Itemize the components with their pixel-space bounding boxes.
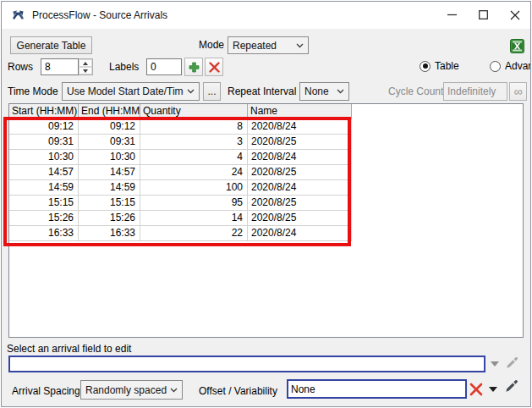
- cell-quantity[interactable]: 4: [140, 150, 248, 165]
- spin-up-icon[interactable]: [79, 59, 92, 67]
- plus-icon: [189, 62, 200, 73]
- table-row[interactable]: 09:31 09:31 3 2020/8/25: [9, 135, 352, 150]
- cell-start[interactable]: 10:30: [9, 150, 79, 165]
- table-row[interactable]: 15:15 15:15 95 2020/8/25: [9, 196, 352, 211]
- mode-dropdown[interactable]: Repeated: [228, 36, 309, 54]
- table-radio[interactable]: Table: [420, 60, 459, 72]
- infinity-button[interactable]: ∞: [509, 82, 527, 101]
- processflow-icon: [11, 8, 25, 22]
- cell-quantity[interactable]: 14: [140, 211, 248, 226]
- cell-quantity[interactable]: 24: [140, 165, 248, 180]
- title-bar: ProcessFlow - Source Arrivals: [2, 2, 530, 28]
- cell-quantity[interactable]: 95: [140, 196, 248, 211]
- offset-variability-label: Offset / Variability: [199, 385, 277, 397]
- arrivals-table[interactable]: Start (HH:MM) End (HH:MM) Quantity Name …: [8, 103, 524, 338]
- table-row[interactable]: 14:57 14:57 24 2020/8/25: [9, 165, 352, 180]
- arrival-field-prompt: Select an arrival field to edit: [7, 343, 131, 355]
- field-dropdown-caret-icon[interactable]: [491, 361, 499, 367]
- radio-dot: [490, 61, 501, 72]
- clear-offset-red-x-icon[interactable]: [469, 383, 483, 396]
- cell-name[interactable]: 2020/8/24: [248, 150, 352, 165]
- table-row[interactable]: 16:33 16:33 22 2020/8/24: [9, 226, 352, 241]
- cell-start[interactable]: 14:59: [9, 180, 79, 196]
- cell-end[interactable]: 15:26: [79, 211, 140, 226]
- rows-stepper: [41, 58, 93, 75]
- cell-start[interactable]: 09:12: [9, 119, 79, 135]
- arrival-spacing-label: Arrival Spacing: [12, 385, 80, 397]
- cell-name[interactable]: 2020/8/24: [248, 226, 352, 241]
- cell-start[interactable]: 15:15: [9, 196, 79, 211]
- offset-eyedropper-icon[interactable]: [504, 378, 519, 394]
- cell-end[interactable]: 09:12: [79, 119, 140, 135]
- cell-start[interactable]: 14:57: [9, 165, 79, 180]
- caption-buttons: [436, 2, 530, 28]
- offset-dropdown-caret-icon[interactable]: [489, 387, 497, 392]
- window-title: ProcessFlow - Source Arrivals: [32, 9, 167, 21]
- red-x-icon: [209, 62, 220, 73]
- labels-input[interactable]: [146, 58, 182, 75]
- advanced-radio-label: Advanced: [505, 60, 531, 72]
- repeat-interval-dropdown[interactable]: None: [299, 82, 349, 101]
- arrival-field-input[interactable]: [8, 356, 485, 372]
- generate-table-button[interactable]: Generate Table: [10, 36, 92, 54]
- maximize-icon[interactable]: [468, 2, 499, 28]
- table-header-row: Start (HH:MM) End (HH:MM) Quantity Name: [9, 104, 523, 119]
- chevron-down-icon: [337, 89, 344, 94]
- infinity-icon: ∞: [514, 85, 523, 98]
- cell-name[interactable]: 2020/8/24: [248, 180, 352, 196]
- add-label-button[interactable]: [184, 58, 203, 76]
- col-header-start[interactable]: Start (HH:MM): [9, 104, 79, 119]
- cell-name[interactable]: 2020/8/25: [248, 165, 352, 180]
- chevron-down-icon: [170, 388, 178, 393]
- cell-start[interactable]: 09:31: [9, 135, 79, 150]
- dialog-window: ProcessFlow - Source Arrivals Generate T…: [1, 1, 531, 407]
- cycle-count-input[interactable]: [443, 82, 507, 101]
- time-mode-label: Time Mode: [8, 85, 58, 97]
- rows-label: Rows: [8, 61, 33, 73]
- field-eyedropper-icon[interactable]: [505, 356, 519, 370]
- arrival-spacing-dropdown[interactable]: Randomly spaced: [80, 380, 183, 400]
- browse-button[interactable]: ...: [203, 82, 221, 101]
- col-header-name[interactable]: Name: [248, 104, 352, 119]
- advanced-radio[interactable]: Advanced: [490, 60, 531, 72]
- table-radio-label: Table: [435, 60, 459, 72]
- cell-quantity[interactable]: 22: [140, 226, 248, 241]
- cell-quantity[interactable]: 3: [140, 135, 248, 150]
- col-header-quantity[interactable]: Quantity: [140, 104, 248, 119]
- cell-quantity[interactable]: 100: [140, 180, 248, 196]
- cell-end[interactable]: 09:31: [79, 135, 140, 150]
- cell-end[interactable]: 15:15: [79, 196, 140, 211]
- cell-start[interactable]: 15:26: [9, 211, 79, 226]
- table-row[interactable]: 15:26 15:26 14 2020/8/25: [9, 211, 352, 226]
- rows-spinner[interactable]: [79, 58, 93, 75]
- cycle-count-label: Cycle Count: [388, 85, 443, 97]
- table-row[interactable]: 14:59 14:59 100 2020/8/24: [9, 180, 352, 196]
- offset-variability-input[interactable]: [287, 379, 467, 399]
- cell-start[interactable]: 16:33: [9, 226, 79, 241]
- table-row[interactable]: 10:30 10:30 4 2020/8/24: [9, 150, 352, 165]
- radio-dot: [420, 61, 431, 72]
- spin-down-icon[interactable]: [79, 67, 92, 74]
- cell-name[interactable]: 2020/8/25: [248, 196, 352, 211]
- repeat-interval-label: Repeat Interval: [228, 85, 296, 97]
- labels-label: Labels: [109, 61, 139, 73]
- cell-end[interactable]: 14:59: [79, 180, 140, 196]
- dialog-client: Generate Table Mode Repeated Rows Labels: [2, 29, 530, 406]
- chevron-down-icon: [187, 89, 195, 94]
- rows-input[interactable]: [41, 58, 79, 75]
- mode-label: Mode: [199, 39, 224, 51]
- cell-name[interactable]: 2020/8/25: [248, 211, 352, 226]
- close-icon[interactable]: [499, 2, 530, 28]
- cell-end[interactable]: 14:57: [79, 165, 140, 180]
- delete-label-button[interactable]: [205, 58, 223, 76]
- excel-export-icon[interactable]: [509, 38, 524, 53]
- cell-end[interactable]: 10:30: [79, 150, 140, 165]
- cell-name[interactable]: 2020/8/24: [248, 119, 352, 135]
- col-header-end[interactable]: End (HH:MM): [79, 104, 140, 119]
- cell-end[interactable]: 16:33: [79, 226, 140, 241]
- time-mode-dropdown[interactable]: Use Model Start Date/Time: [62, 82, 200, 101]
- cell-quantity[interactable]: 8: [140, 119, 248, 135]
- minimize-icon[interactable]: [436, 2, 468, 28]
- table-row[interactable]: 09:12 09:12 8 2020/8/24: [9, 119, 352, 135]
- cell-name[interactable]: 2020/8/25: [248, 135, 352, 150]
